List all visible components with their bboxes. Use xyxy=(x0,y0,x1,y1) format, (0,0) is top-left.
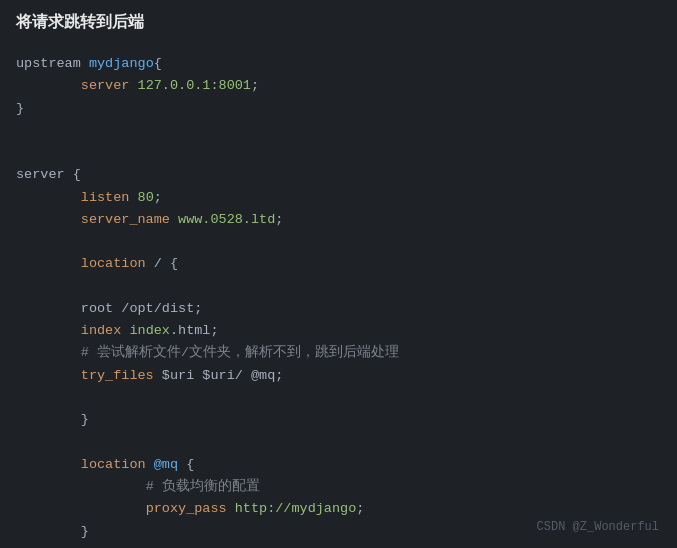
line-15: try_files $uri $uri/ @mq; xyxy=(16,365,661,387)
line-13: index index.html; xyxy=(16,320,661,342)
line-20: # 负载均衡的配置 xyxy=(16,476,661,498)
line-blank-2 xyxy=(16,142,661,164)
line-10: location / { xyxy=(16,253,661,275)
line-blank-5 xyxy=(16,387,661,409)
line-6: server { xyxy=(16,164,661,186)
page-title: 将请求跳转到后端 xyxy=(0,0,677,43)
line-12: root /opt/dist; xyxy=(16,298,661,320)
line-blank-3 xyxy=(16,231,661,253)
line-blank-6 xyxy=(16,432,661,454)
line-8: server_name www.0528.ltd; xyxy=(16,209,661,231)
line-2: server 127.0.0.1:8001; xyxy=(16,75,661,97)
line-14: # 尝试解析文件/文件夹，解析不到，跳到后端处理 xyxy=(16,342,661,364)
line-3: } xyxy=(16,98,661,120)
line-blank-4 xyxy=(16,276,661,298)
line-19: location @mq { xyxy=(16,454,661,476)
line-1: upstream mydjango{ xyxy=(16,53,661,75)
line-7: listen 80; xyxy=(16,187,661,209)
line-blank-1 xyxy=(16,120,661,142)
line-17: } xyxy=(16,409,661,431)
line-23: } xyxy=(16,543,661,548)
watermark: CSDN @Z_Wonderful xyxy=(537,520,659,534)
line-21: proxy_pass http://mydjango; xyxy=(16,498,661,520)
code-block: upstream mydjango{ server 127.0.0.1:8001… xyxy=(0,43,677,548)
